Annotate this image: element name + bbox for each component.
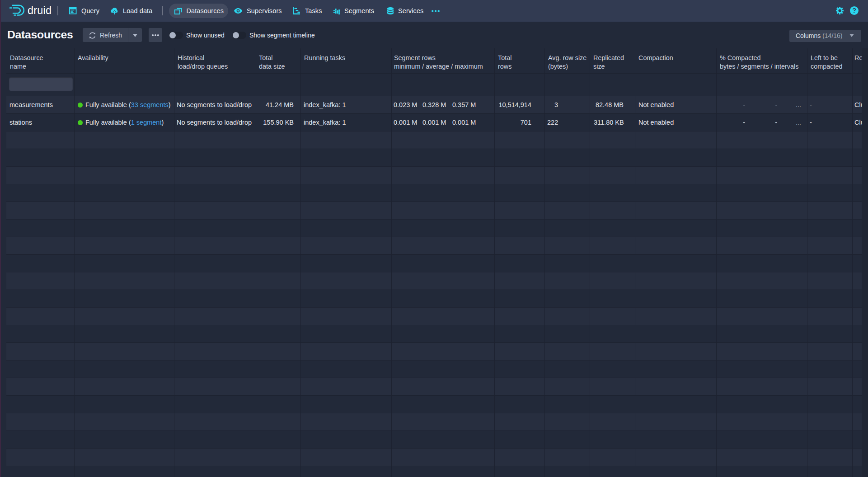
svg-text:?: ? bbox=[852, 7, 856, 14]
